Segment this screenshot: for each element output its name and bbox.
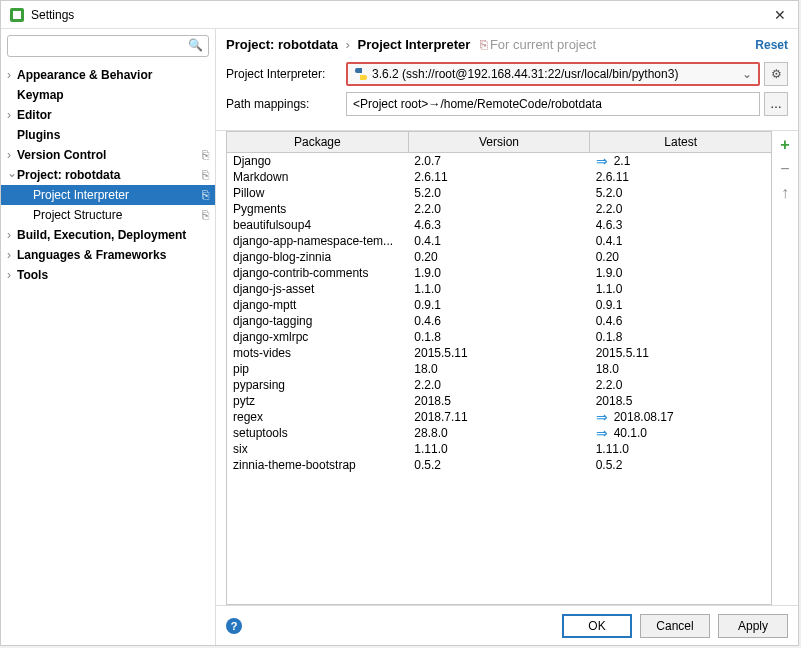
sidebar-item-keymap[interactable]: Keymap <box>1 85 215 105</box>
table-row[interactable]: django-js-asset1.1.01.1.0 <box>227 281 771 297</box>
cell-package: regex <box>227 410 408 424</box>
cell-latest: ⇒2.1 <box>590 153 771 169</box>
table-row[interactable]: Pillow5.2.05.2.0 <box>227 185 771 201</box>
sidebar-item-version-control[interactable]: Version Control⎘ <box>1 145 215 165</box>
col-latest[interactable]: Latest <box>590 132 771 152</box>
cell-package: mots-vides <box>227 346 408 360</box>
cell-latest: 2.2.0 <box>590 378 771 392</box>
close-icon[interactable]: ✕ <box>770 7 790 23</box>
scope-icon: ⎘ <box>202 188 209 202</box>
update-arrow-icon: ⇒ <box>596 425 608 441</box>
cell-package: django-tagging <box>227 314 408 328</box>
table-row[interactable]: django-tagging0.4.60.4.6 <box>227 313 771 329</box>
cell-version: 4.6.3 <box>408 218 589 232</box>
update-arrow-icon: ⇒ <box>596 409 608 425</box>
cell-version: 0.1.8 <box>408 330 589 344</box>
sidebar-item-label: Project Structure <box>33 208 198 222</box>
cell-version: 2.0.7 <box>408 154 589 168</box>
cell-package: pyparsing <box>227 378 408 392</box>
sidebar-item-label: Plugins <box>17 128 209 142</box>
table-row[interactable]: pytz2018.52018.5 <box>227 393 771 409</box>
table-row[interactable]: django-contrib-comments1.9.01.9.0 <box>227 265 771 281</box>
cell-version: 2018.5 <box>408 394 589 408</box>
pathmap-browse-button[interactable]: … <box>764 92 788 116</box>
table-row[interactable]: pip18.018.0 <box>227 361 771 377</box>
sidebar-item-project-structure[interactable]: Project Structure⎘ <box>1 205 215 225</box>
sidebar-item-appearance-behavior[interactable]: Appearance & Behavior <box>1 65 215 85</box>
apply-button[interactable]: Apply <box>718 614 788 638</box>
table-row[interactable]: zinnia-theme-bootstrap0.5.20.5.2 <box>227 457 771 473</box>
cell-version: 2.2.0 <box>408 378 589 392</box>
main-panel: Project: robotdata › Project Interpreter… <box>216 29 798 645</box>
settings-tree: Appearance & BehaviorKeymapEditorPlugins… <box>1 63 215 645</box>
sidebar-item-languages-frameworks[interactable]: Languages & Frameworks <box>1 245 215 265</box>
cell-package: Markdown <box>227 170 408 184</box>
interpreter-combo[interactable]: 3.6.2 (ssh://root@192.168.44.31:22/usr/l… <box>346 62 760 86</box>
add-package-button[interactable]: + <box>775 135 795 155</box>
sidebar-item-plugins[interactable]: Plugins <box>1 125 215 145</box>
cell-latest: 1.11.0 <box>590 442 771 456</box>
cell-package: django-blog-zinnia <box>227 250 408 264</box>
cell-package: django-mptt <box>227 298 408 312</box>
cell-package: setuptools <box>227 426 408 440</box>
cell-package: django-js-asset <box>227 282 408 296</box>
breadcrumb-subtext: For current project <box>490 37 596 52</box>
cancel-button[interactable]: Cancel <box>640 614 710 638</box>
table-row[interactable]: Markdown2.6.112.6.11 <box>227 169 771 185</box>
gear-button[interactable]: ⚙ <box>764 62 788 86</box>
sidebar-item-project-interpreter[interactable]: Project Interpreter⎘ <box>1 185 215 205</box>
cell-version: 2.6.11 <box>408 170 589 184</box>
cell-version: 2.2.0 <box>408 202 589 216</box>
pathmap-field[interactable]: <Project root>→/home/RemoteCode/robotdat… <box>346 92 760 116</box>
settings-window: Settings ✕ 🔍 Appearance & BehaviorKeymap… <box>0 0 799 646</box>
reset-link[interactable]: Reset <box>755 38 788 52</box>
sidebar-item-label: Editor <box>17 108 209 122</box>
cell-latest: 2.6.11 <box>590 170 771 184</box>
col-package[interactable]: Package <box>227 132 409 152</box>
cell-latest: 1.1.0 <box>590 282 771 296</box>
minus-icon: − <box>780 160 789 178</box>
cell-latest: 2015.5.11 <box>590 346 771 360</box>
cell-version: 0.4.6 <box>408 314 589 328</box>
table-row[interactable]: django-app-namespace-tem...0.4.10.4.1 <box>227 233 771 249</box>
breadcrumb: Project: robotdata › Project Interpreter… <box>226 37 755 52</box>
table-row[interactable]: django-blog-zinnia0.200.20 <box>227 249 771 265</box>
sidebar-item-project-robotdata[interactable]: Project: robotdata⎘ <box>1 165 215 185</box>
table-row[interactable]: mots-vides2015.5.112015.5.11 <box>227 345 771 361</box>
sidebar-item-editor[interactable]: Editor <box>1 105 215 125</box>
table-row[interactable]: Django2.0.7⇒2.1 <box>227 153 771 169</box>
cell-version: 1.1.0 <box>408 282 589 296</box>
cell-version: 0.4.1 <box>408 234 589 248</box>
titlebar: Settings ✕ <box>1 1 798 29</box>
col-version[interactable]: Version <box>409 132 591 152</box>
table-row[interactable]: six1.11.01.11.0 <box>227 441 771 457</box>
table-row[interactable]: setuptools28.8.0⇒40.1.0 <box>227 425 771 441</box>
table-row[interactable]: Pygments2.2.02.2.0 <box>227 201 771 217</box>
table-row[interactable]: regex2018.7.11⇒2018.08.17 <box>227 409 771 425</box>
table-row[interactable]: django-mptt0.9.10.9.1 <box>227 297 771 313</box>
sidebar-item-label: Languages & Frameworks <box>17 248 209 262</box>
cell-latest: 0.1.8 <box>590 330 771 344</box>
table-row[interactable]: pyparsing2.2.02.2.0 <box>227 377 771 393</box>
help-button[interactable]: ? <box>226 618 242 634</box>
cell-package: django-contrib-comments <box>227 266 408 280</box>
cell-version: 0.20 <box>408 250 589 264</box>
sidebar-item-build-execution-deployment[interactable]: Build, Execution, Deployment <box>1 225 215 245</box>
cell-latest: ⇒40.1.0 <box>590 425 771 441</box>
table-row[interactable]: beautifulsoup44.6.34.6.3 <box>227 217 771 233</box>
ok-button[interactable]: OK <box>562 614 632 638</box>
table-row[interactable]: django-xmlrpc0.1.80.1.8 <box>227 329 771 345</box>
sidebar-item-label: Tools <box>17 268 209 282</box>
sidebar-item-tools[interactable]: Tools <box>1 265 215 285</box>
cell-latest: 4.6.3 <box>590 218 771 232</box>
cell-latest: 5.2.0 <box>590 186 771 200</box>
cell-package: zinnia-theme-bootstrap <box>227 458 408 472</box>
sidebar-item-label: Project: robotdata <box>17 168 198 182</box>
search-input[interactable] <box>7 35 209 57</box>
cell-package: django-xmlrpc <box>227 330 408 344</box>
remove-package-button[interactable]: − <box>775 159 795 179</box>
cell-version: 28.8.0 <box>408 426 589 440</box>
sidebar-item-label: Project Interpreter <box>33 188 198 202</box>
upgrade-package-button[interactable]: ↑ <box>775 183 795 203</box>
cell-package: Pillow <box>227 186 408 200</box>
